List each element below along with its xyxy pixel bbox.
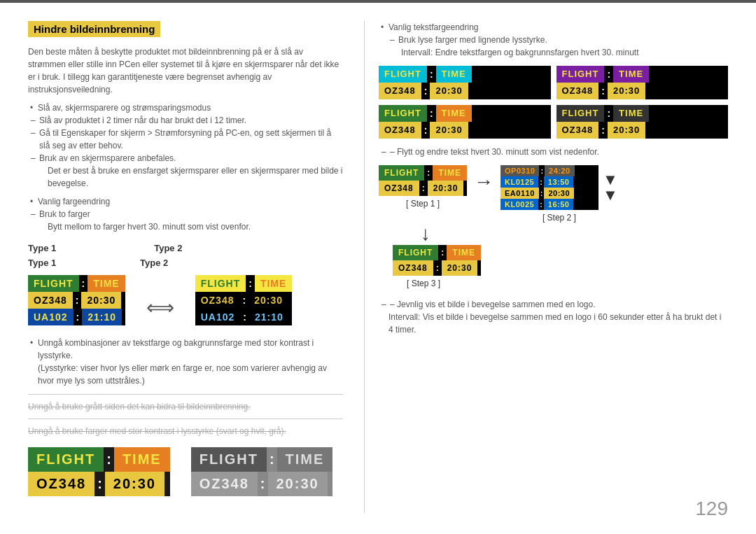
gw2-top: FLIGHT : TIME bbox=[556, 66, 729, 83]
gw1-top: FLIGHT : TIME bbox=[379, 66, 551, 83]
final-note2: Intervall: Vis et bilde i bevegelse samm… bbox=[379, 311, 728, 336]
divider1 bbox=[28, 394, 343, 395]
type1-top-row: FLIGHT : TIME bbox=[28, 275, 125, 292]
intro-text: Den beste måten å beskytte produktet mot… bbox=[28, 45, 343, 96]
final-notes: – Jevnlig vis et bilde i bevegelse samme… bbox=[379, 298, 728, 336]
page-number: 129 bbox=[695, 498, 728, 520]
type1-flight-widget: FLIGHT : TIME OZ348 : 20:30 UA102 : 21 bbox=[28, 275, 125, 325]
type1-ua-row: UA102 : 21:10 bbox=[28, 309, 125, 325]
step2-scroll-widget: OP0310 : 24:20 KL0125 : 13:50 EA0110 : bbox=[500, 165, 598, 210]
type1-ua102: UA102 bbox=[28, 309, 74, 325]
gw4-flight: FLIGHT bbox=[556, 105, 605, 122]
step1-bot: OZ348 : 20:30 bbox=[379, 181, 467, 196]
note2: Bytt mellom to farger hvert 30. minutt s… bbox=[28, 220, 343, 233]
rp-dash1: Bruk lyse farger med lignende lysstyrke. bbox=[379, 34, 728, 46]
dash1: Slå av produktet i 2 timer når du har br… bbox=[28, 114, 343, 127]
type2-label-text: Type 2 bbox=[140, 258, 168, 268]
gw2-flight: FLIGHT bbox=[556, 66, 605, 83]
gw4-bot: OZ348 : 20:30 bbox=[556, 122, 729, 139]
right-panel: Vanlig tekstfargeendring Bruk lyse farge… bbox=[364, 21, 728, 513]
gw1-t1: 20:30 bbox=[430, 83, 468, 99]
gw4-top: FLIGHT : TIME bbox=[556, 105, 729, 122]
type1-sep2: : bbox=[73, 292, 82, 309]
type2-time-label: TIME bbox=[255, 275, 292, 292]
type2-time1: 20:30 bbox=[248, 292, 288, 309]
type2-sep3: : bbox=[240, 309, 249, 325]
type2-sep1: : bbox=[246, 275, 255, 292]
sr4-sep: : bbox=[538, 199, 544, 210]
swap-arrow: ⟺ bbox=[146, 296, 174, 319]
type2-label: Type 2 bbox=[154, 243, 182, 253]
dash3: Bruk av en skjermsparere anbefales. bbox=[28, 152, 343, 164]
bw-gray-flight: FLIGHT bbox=[191, 447, 267, 472]
type2-sep2: : bbox=[239, 292, 248, 309]
type2-ua102: UA102 bbox=[195, 309, 241, 325]
top-bar bbox=[0, 0, 756, 3]
rp-note1: Intervall: Endre tekstfargen og bakgrunn… bbox=[379, 46, 728, 59]
type1-widget: FLIGHT : TIME OZ348 : 20:30 UA102 : 21 bbox=[28, 275, 125, 325]
step3-t1: 20:30 bbox=[442, 260, 478, 276]
avoid-note: (Lysstyrke: viser hvor lys eller mørk en… bbox=[28, 362, 343, 387]
sr3-sep: : bbox=[539, 188, 545, 199]
gw4-t1: 20:30 bbox=[608, 122, 645, 139]
grid-4-widgets: FLIGHT : TIME OZ348 : 20:30 FLIGHT : TIM… bbox=[379, 66, 728, 139]
bw-dark-t1: 20:30 bbox=[105, 472, 164, 496]
sr2-flight: KL0125 bbox=[500, 176, 538, 188]
step3-widget: FLIGHT : TIME OZ348 : 20:30 bbox=[393, 245, 481, 276]
section-title: Hindre bildeinnbrenning bbox=[28, 21, 160, 37]
step1-top: FLIGHT : TIME bbox=[379, 165, 467, 181]
gw1-flight: FLIGHT bbox=[379, 66, 427, 83]
down-arrows: ▼ ▼ bbox=[603, 172, 618, 203]
grid-widget-4: FLIGHT : TIME OZ348 : 20:30 bbox=[556, 105, 729, 139]
scroll-row-2: KL0125 : 13:50 bbox=[500, 176, 598, 188]
bw-gray-sep1: : bbox=[267, 447, 277, 472]
sr2-sep: : bbox=[538, 176, 544, 188]
type1-oz-row: OZ348 : 20:30 bbox=[28, 292, 125, 309]
sr1-time: 24:20 bbox=[545, 165, 575, 176]
gw3-sep2: : bbox=[421, 122, 430, 139]
sr1-flight: OP0310 bbox=[500, 165, 539, 176]
gw3-top: FLIGHT : TIME bbox=[379, 105, 551, 122]
step3-bot: OZ348 : 20:30 bbox=[393, 260, 481, 276]
bw-gray-sep2: : bbox=[258, 472, 268, 496]
sr2-time: 13:50 bbox=[544, 176, 574, 188]
gw1-oz: OZ348 bbox=[379, 83, 421, 99]
types-container: FLIGHT : TIME OZ348 : 20:30 UA102 : 21 bbox=[28, 275, 343, 325]
dash2: Gå til Egenskaper for skjerm > Strømfors… bbox=[28, 127, 343, 152]
step2-inner: OP0310 : 24:20 KL0125 : 13:50 EA0110 : bbox=[500, 165, 618, 210]
scroll-row-1: OP0310 : 24:20 bbox=[500, 165, 598, 176]
bw-gray-top: FLIGHT : TIME bbox=[191, 447, 333, 472]
gw2-bot: OZ348 : 20:30 bbox=[556, 83, 729, 99]
sr4-flight: KL0025 bbox=[500, 199, 538, 210]
divider2 bbox=[28, 419, 343, 419]
gw2-sep2: : bbox=[598, 83, 608, 99]
sr4-time: 16:50 bbox=[544, 199, 574, 210]
dash4: Bruk to farger bbox=[28, 208, 343, 220]
gw1-time: TIME bbox=[436, 66, 472, 83]
bw-dark-flight: FLIGHT bbox=[28, 447, 104, 472]
gw2-t1: 20:30 bbox=[608, 83, 645, 99]
gw4-time: TIME bbox=[613, 105, 649, 122]
step1-oz: OZ348 bbox=[379, 181, 419, 196]
step3-label: [ Step 3 ] bbox=[407, 279, 440, 288]
step3-arrow: ↓ bbox=[379, 223, 728, 245]
final-note1: – Jevnlig vis et bilde i bevegelse samme… bbox=[379, 298, 728, 311]
step3-oz: OZ348 bbox=[393, 260, 433, 276]
step-intro: – Flytt og endre tekst hvert 30. minutt … bbox=[379, 146, 728, 158]
gw3-t1: 20:30 bbox=[430, 122, 468, 139]
type2-widget: FLIGHT : TIME OZ348 : 20:30 UA102 : 21:1… bbox=[195, 275, 293, 325]
type1-time1: 20:30 bbox=[81, 292, 121, 309]
strikethrough1: Unngå å bruke grått siden det kan bidra … bbox=[28, 402, 343, 412]
gw4-sep2: : bbox=[598, 122, 608, 139]
sr3-time: 20:30 bbox=[544, 188, 574, 199]
step1-label: [ Step 1 ] bbox=[406, 199, 440, 209]
gw3-flight: FLIGHT bbox=[379, 105, 427, 122]
bottom-widgets: FLIGHT : TIME OZ348 : 20:30 FLIGHT : TIM… bbox=[28, 447, 343, 496]
gw2-time: TIME bbox=[613, 66, 649, 83]
scroll-row-4: KL0025 : 16:50 bbox=[500, 199, 598, 210]
type1-time2: 21:10 bbox=[82, 309, 122, 325]
step3-block: FLIGHT : TIME OZ348 : 20:30 [ Step 3 ] bbox=[379, 245, 728, 288]
left-panel: Hindre bildeinnbrenning Den beste måten … bbox=[28, 21, 364, 513]
step-arrow-right: → bbox=[474, 171, 493, 193]
gw1-sep2: : bbox=[421, 83, 430, 99]
